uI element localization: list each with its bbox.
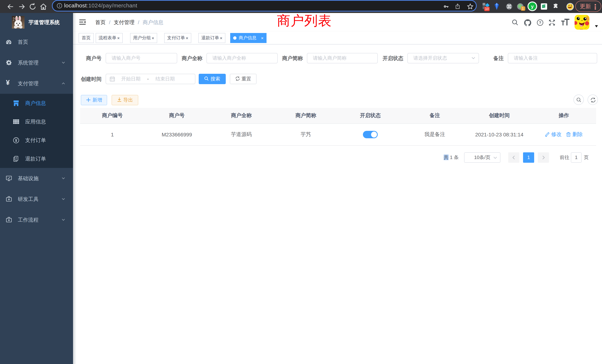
svg-text:y: y [531,4,534,9]
svg-text:?: ? [539,20,541,25]
